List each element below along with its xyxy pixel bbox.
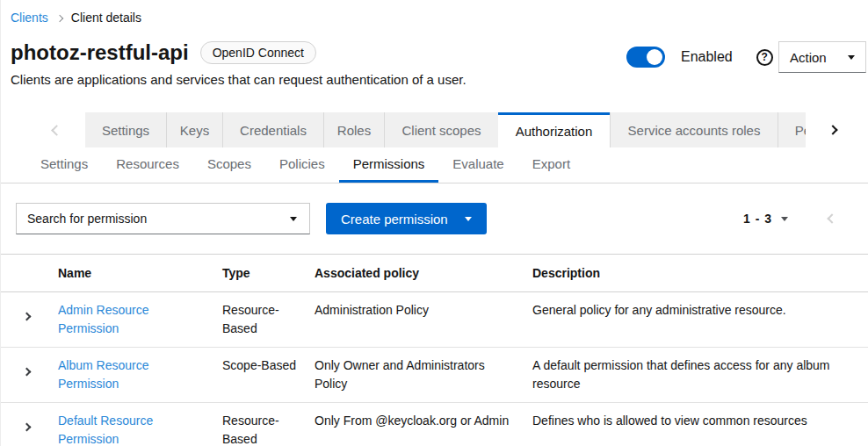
- client-details-page: Clients Client details photoz-restful-ap…: [0, 0, 868, 446]
- permission-description: A default permission that defines access…: [532, 348, 868, 402]
- column-header-associated-policy: Associated policy: [315, 255, 532, 291]
- toggle-knob: [647, 49, 662, 65]
- row-expand-toggle[interactable]: [24, 424, 30, 430]
- table-row: Admin Resource Permission Resource-Based…: [1, 292, 868, 348]
- pagination: 1 - 3: [743, 212, 835, 226]
- subtab-resources[interactable]: Resources: [102, 147, 193, 183]
- column-header-name: Name: [58, 255, 222, 291]
- header-spacer: [1, 255, 58, 291]
- tabs-scroll-right-button[interactable]: [806, 112, 860, 147]
- row-expand-toggle[interactable]: [24, 369, 30, 375]
- tab-settings[interactable]: Settings: [85, 112, 166, 147]
- help-icon[interactable]: ?: [756, 49, 773, 66]
- permission-description: Defines who is allowed to view common re…: [532, 403, 868, 446]
- tab-client-scopes[interactable]: Client scopes: [384, 112, 498, 147]
- subtab-permissions[interactable]: Permissions: [339, 147, 439, 183]
- caret-down-icon: [848, 55, 855, 60]
- permission-name-link[interactable]: Album Resource Permission: [58, 358, 149, 391]
- tab-service-accounts-roles[interactable]: Service accounts roles: [610, 112, 778, 147]
- subtab-scopes[interactable]: Scopes: [193, 147, 265, 183]
- tabs-scroll-area: Settings Keys Credentials Roles Client s…: [85, 112, 806, 147]
- authorization-subtabs: Settings Resources Scopes Policies Permi…: [1, 147, 868, 183]
- subtab-evaluate[interactable]: Evaluate: [438, 147, 517, 183]
- column-header-type: Type: [222, 255, 315, 291]
- breadcrumb: Clients Client details: [1, 0, 868, 25]
- pagination-menu-toggle[interactable]: [781, 217, 788, 221]
- tab-credentials[interactable]: Credentials: [222, 112, 323, 147]
- subtab-policies[interactable]: Policies: [265, 147, 339, 183]
- permission-type: Resource-Based: [222, 292, 315, 347]
- angle-left-icon: [51, 125, 62, 136]
- tabs-scroll-left-button[interactable]: [27, 112, 85, 147]
- page-subtitle: Clients are applications and services th…: [1, 72, 868, 88]
- action-dropdown[interactable]: Action: [778, 41, 866, 73]
- permissions-table: Name Type Associated policy Description …: [1, 254, 868, 446]
- enabled-toggle[interactable]: [626, 47, 665, 68]
- create-permission-label: Create permission: [341, 212, 448, 227]
- column-header-description: Description: [532, 255, 868, 291]
- permission-policy: Administration Policy: [315, 292, 532, 347]
- caret-down-icon: [290, 217, 297, 221]
- angle-right-icon: [23, 423, 32, 432]
- action-dropdown-label: Action: [790, 50, 827, 65]
- tab-authorization[interactable]: Authorization: [498, 112, 610, 147]
- permission-policy: Only From @keycloak.org or Admin: [315, 403, 532, 446]
- permission-name-link[interactable]: Admin Resource Permission: [58, 303, 149, 335]
- create-permission-button[interactable]: Create permission: [326, 203, 487, 234]
- row-expand-toggle[interactable]: [24, 313, 30, 320]
- header-controls: Enabled ? Action: [626, 41, 866, 73]
- permission-description: General policy for any administrative re…: [532, 292, 868, 347]
- table-body: Admin Resource Permission Resource-Based…: [1, 292, 868, 446]
- table-row: Album Resource Permission Scope-Based On…: [1, 348, 868, 403]
- permission-type: Scope-Based: [222, 348, 315, 402]
- permission-type: Resource-Based: [222, 403, 315, 446]
- tab-permissions[interactable]: Permissions: [778, 112, 806, 147]
- table-header-row: Name Type Associated policy Description: [1, 254, 868, 292]
- page-title: photoz-restful-api: [11, 39, 189, 67]
- client-tabs: Settings Keys Credentials Roles Client s…: [1, 112, 868, 147]
- subtab-settings[interactable]: Settings: [26, 147, 102, 183]
- subtab-export[interactable]: Export: [518, 147, 584, 183]
- search-permission-placeholder: Search for permission: [27, 212, 147, 226]
- tab-keys[interactable]: Keys: [166, 112, 222, 147]
- tab-roles[interactable]: Roles: [323, 112, 384, 147]
- angle-right-icon: [828, 125, 837, 134]
- permission-policy: Only Owner and Administrators Policy: [315, 348, 532, 402]
- breadcrumb-clients-link[interactable]: Clients: [11, 10, 48, 25]
- enabled-label: Enabled: [681, 49, 733, 65]
- breadcrumb-current: Client details: [71, 10, 141, 25]
- caret-down-icon: [465, 217, 472, 221]
- breadcrumb-separator-icon: [56, 14, 63, 21]
- permissions-toolbar: Search for permission Create permission …: [1, 183, 868, 234]
- angle-right-icon: [23, 368, 32, 377]
- table-row: Default Resource Permission Resource-Bas…: [1, 403, 868, 446]
- angle-left-icon: [827, 213, 836, 223]
- pagination-range: 1 - 3: [743, 212, 772, 226]
- search-permission-input[interactable]: Search for permission: [16, 203, 310, 234]
- angle-right-icon: [23, 313, 32, 321]
- permission-name-link[interactable]: Default Resource Permission: [58, 414, 153, 446]
- protocol-badge: OpenID Connect: [200, 41, 316, 64]
- pagination-prev-button[interactable]: [828, 215, 835, 222]
